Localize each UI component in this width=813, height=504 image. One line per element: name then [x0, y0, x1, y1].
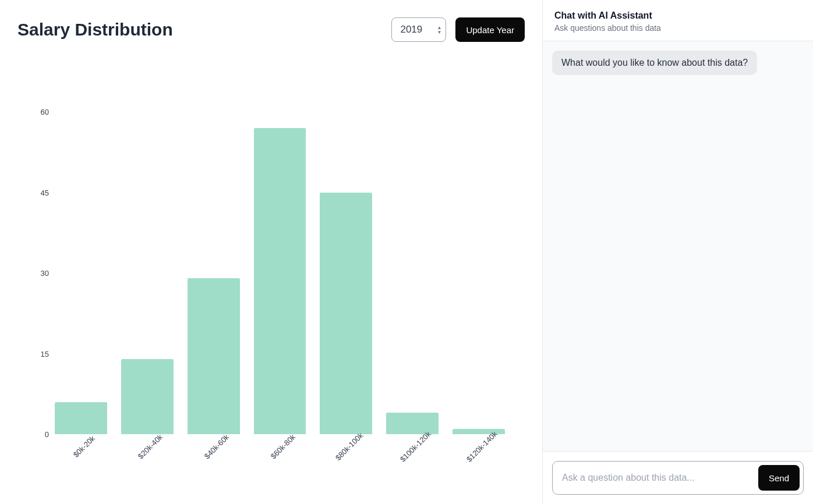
x-tick-label: $80k-100k — [334, 431, 365, 463]
y-tick-label: 30 — [31, 269, 49, 278]
x-tick-label: $100k-120k — [398, 430, 433, 464]
y-tick-label: 0 — [31, 430, 49, 439]
app-root: Salary Distribution ▲▼ Update Year $0k-2… — [0, 0, 813, 504]
bar-column: $40k-60k — [188, 112, 240, 434]
bar-column: $100k-120k — [386, 112, 439, 434]
chat-header: Chat with AI Assistant Ask questions abo… — [543, 0, 813, 41]
page-title: Salary Distribution — [17, 20, 173, 40]
main-panel: Salary Distribution ▲▼ Update Year $0k-2… — [0, 0, 543, 504]
bar — [320, 193, 372, 435]
chart-bars: $0k-20k$20k-40k$40k-60k$60k-80k$80k-100k… — [52, 112, 507, 434]
chat-body: What would you like to know about this d… — [543, 41, 813, 452]
x-tick-label: $120k-140k — [465, 430, 499, 464]
chat-panel: Chat with AI Assistant Ask questions abo… — [543, 0, 813, 504]
year-input-wrap: ▲▼ — [391, 17, 446, 42]
chat-input-row: Send — [543, 452, 813, 504]
bar-column: $20k-40k — [121, 112, 174, 434]
bar-column: $0k-20k — [55, 112, 107, 434]
update-year-button[interactable]: Update Year — [455, 17, 525, 42]
x-tick-label: $60k-80k — [269, 432, 297, 460]
x-tick-label: $0k-20k — [72, 434, 97, 459]
stepper-icon[interactable]: ▲▼ — [437, 26, 442, 34]
y-tick-label: 15 — [31, 349, 49, 358]
chat-title: Chat with AI Assistant — [554, 10, 801, 21]
send-button[interactable]: Send — [758, 465, 800, 491]
chat-input-wrap: Send — [552, 461, 804, 495]
bar — [188, 278, 240, 434]
chat-subtitle: Ask questions about this data — [554, 23, 801, 33]
year-controls: ▲▼ Update Year — [391, 17, 525, 42]
bar — [254, 128, 306, 434]
bar-column: $80k-100k — [320, 112, 372, 434]
chart-plot: $0k-20k$20k-40k$40k-60k$60k-80k$80k-100k… — [52, 112, 507, 434]
bar — [55, 402, 107, 434]
bar — [121, 359, 174, 434]
y-tick-label: 60 — [31, 108, 49, 116]
x-tick-label: $40k-60k — [203, 432, 231, 460]
bar — [386, 413, 439, 434]
chat-message: What would you like to know about this d… — [552, 51, 757, 75]
chart-area: $0k-20k$20k-40k$40k-60k$60k-80k$80k-100k… — [17, 65, 525, 487]
bar-column: $60k-80k — [254, 112, 306, 434]
chat-input[interactable] — [562, 473, 758, 483]
y-tick-label: 45 — [31, 188, 49, 197]
x-tick-label: $20k-40k — [136, 432, 164, 460]
chart-header: Salary Distribution ▲▼ Update Year — [17, 17, 525, 42]
bar-column: $120k-140k — [453, 112, 505, 434]
